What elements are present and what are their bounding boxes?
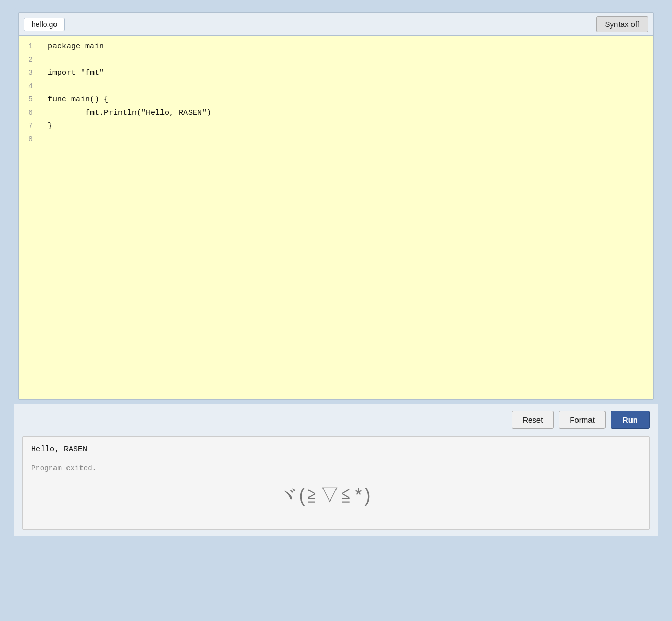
line-number: 4 <box>25 80 33 93</box>
editor-header: hello.go Syntax off <box>19 13 653 36</box>
run-button[interactable]: Run <box>611 411 650 429</box>
line-number: 7 <box>25 119 33 133</box>
line-number: 1 <box>25 40 33 53</box>
main-container: hello.go Syntax off 1 2 3 4 5 6 7 8 pack… <box>14 8 658 536</box>
output-result: Hello, RASEN <box>31 445 641 454</box>
line-numbers: 1 2 3 4 5 6 7 8 <box>19 40 39 395</box>
line-number: 6 <box>25 106 33 120</box>
line-number: 2 <box>25 53 33 67</box>
line-number: 3 <box>25 66 33 80</box>
line-number: 8 <box>25 133 33 146</box>
toolbar: Reset Format Run <box>22 411 650 429</box>
line-number: 5 <box>25 93 33 106</box>
output-decoration: ヾ(≧▽≦*)ゞ <box>31 483 641 508</box>
code-editor[interactable]: package main import "fmt" func main() { … <box>39 40 653 395</box>
output-area: Hello, RASEN Program exited. ヾ(≧▽≦*)ゞ <box>22 436 650 530</box>
syntax-toggle-button[interactable]: Syntax off <box>596 16 648 32</box>
format-button[interactable]: Format <box>559 411 606 429</box>
file-tab[interactable]: hello.go <box>24 18 65 31</box>
reset-button[interactable]: Reset <box>512 411 554 429</box>
editor-wrapper: hello.go Syntax off 1 2 3 4 5 6 7 8 pack… <box>18 12 654 400</box>
bottom-section: Reset Format Run Hello, RASEN Program ex… <box>14 404 658 536</box>
code-area: 1 2 3 4 5 6 7 8 package main import "fmt… <box>19 36 653 399</box>
output-status: Program exited. <box>31 464 641 473</box>
editor-section: hello.go Syntax off 1 2 3 4 5 6 7 8 pack… <box>14 8 658 404</box>
